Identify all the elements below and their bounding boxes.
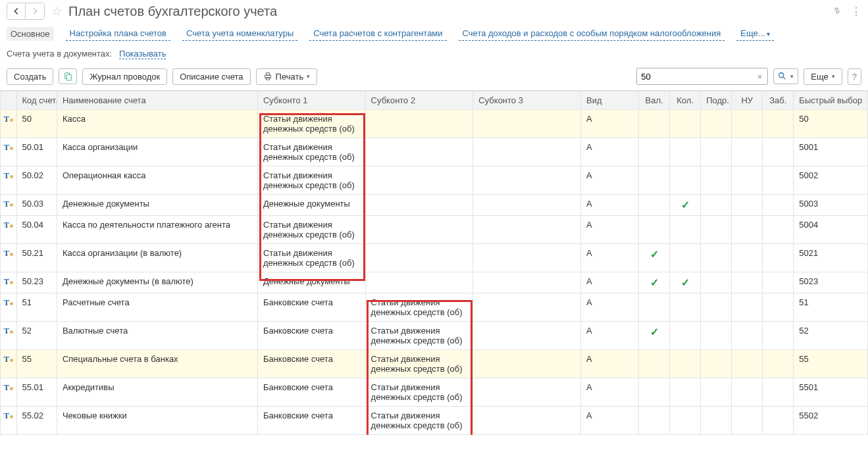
row-name: Расчетные счета: [57, 293, 257, 322]
row-sub1: Статьи движения денежных средств (об): [257, 110, 365, 138]
table-row[interactable]: T55.01АккредитивыБанковские счетаСтатьи …: [1, 378, 868, 407]
arrow-right-icon: [30, 7, 39, 16]
tab-taxation[interactable]: Счета доходов и расходов с особым порядк…: [459, 26, 725, 41]
row-code: 55.01: [16, 378, 57, 407]
row-name: Чековые книжки: [57, 407, 257, 435]
table-row[interactable]: T55.02Чековые книжкиБанковские счетаСтат…: [1, 407, 868, 435]
row-sub1: Статьи движения денежных средств (об): [257, 138, 365, 166]
kebab-menu-icon[interactable]: ⋮: [851, 5, 861, 18]
table-row[interactable]: T50.23Денежные документы (в валюте)Денеж…: [1, 272, 868, 293]
table-row[interactable]: T55Специальные счета в банкахБанковские …: [1, 350, 868, 378]
col-code[interactable]: Код счета: [16, 91, 57, 110]
tab-main[interactable]: Основное: [7, 27, 54, 41]
row-kol: [670, 407, 701, 435]
search-box[interactable]: ×: [636, 68, 768, 85]
row-val: [639, 293, 670, 322]
row-sub3: [473, 138, 581, 166]
row-sub2: [365, 195, 473, 216]
row-vid: А: [581, 195, 639, 216]
print-button[interactable]: Печать: [256, 68, 318, 85]
col-zab[interactable]: Заб.: [763, 91, 794, 110]
row-fast: 50: [794, 110, 868, 138]
col-sub1[interactable]: Субконто 1: [257, 91, 365, 110]
row-vid: А: [581, 350, 639, 378]
table-row[interactable]: T50КассаСтатьи движения денежных средств…: [1, 110, 868, 138]
table-row[interactable]: T50.02Операционная кассаСтатьи движения …: [1, 166, 868, 195]
col-vid[interactable]: Вид: [581, 91, 639, 110]
row-fast: 5021: [794, 244, 868, 272]
row-icon-cell: T: [1, 322, 17, 350]
tab-plan-settings[interactable]: Настройка плана счетов: [66, 26, 170, 41]
row-vid: А: [581, 272, 639, 293]
row-kol: [670, 350, 701, 378]
subline-link[interactable]: Показывать: [119, 49, 166, 59]
print-label: Печать: [276, 72, 304, 82]
row-zab: [763, 350, 794, 378]
row-podr: [701, 378, 732, 407]
table-row[interactable]: T50.04Касса по деятельности платежного а…: [1, 216, 868, 244]
row-kol: [670, 322, 701, 350]
table-row[interactable]: T52Валютные счетаБанковские счетаСтатьи …: [1, 322, 868, 350]
search-dropdown-button[interactable]: [773, 68, 798, 84]
t-account-icon: T: [3, 142, 13, 153]
row-kol: [670, 110, 701, 138]
row-nu: [732, 407, 763, 435]
search-input[interactable]: [640, 70, 754, 83]
col-val[interactable]: Вал.: [639, 91, 670, 110]
table-row[interactable]: T50.03Денежные документыДенежные докумен…: [1, 195, 868, 216]
search-icon: [778, 72, 787, 81]
t-account-icon: T: [3, 354, 13, 365]
forward-button[interactable]: [26, 3, 44, 19]
row-podr: [701, 110, 732, 138]
more-button[interactable]: Еще: [804, 68, 842, 85]
table-header-row: Код счета Наименование счета Субконто 1 …: [1, 91, 868, 110]
favorite-star-icon[interactable]: ☆: [51, 4, 62, 18]
t-account-icon: T: [3, 326, 13, 336]
help-button[interactable]: ?: [848, 68, 861, 85]
col-kol[interactable]: Кол.: [670, 91, 701, 110]
row-nu: [732, 216, 763, 244]
t-account-icon: T: [3, 276, 13, 287]
row-sub2: [365, 216, 473, 244]
row-sub2: [365, 244, 473, 272]
table-row[interactable]: T50.01Касса организацииСтатьи движения д…: [1, 138, 868, 166]
row-kol: [670, 293, 701, 322]
row-icon-cell: T: [1, 272, 17, 293]
col-sub2[interactable]: Субконто 2: [365, 91, 473, 110]
link-icon[interactable]: [832, 6, 842, 17]
tab-nomenclature[interactable]: Счета учета номенклатуры: [182, 26, 297, 41]
row-val: [639, 110, 670, 138]
description-button[interactable]: Описание счета: [172, 68, 250, 85]
row-sub3: [473, 195, 581, 216]
t-account-icon: T: [3, 382, 13, 393]
row-icon-cell: T: [1, 293, 17, 322]
journal-button[interactable]: Журнал проводок: [82, 68, 167, 85]
t-account-icon: T: [3, 170, 13, 181]
table-row[interactable]: T50.21Касса организации (в валюте)Статьи…: [1, 244, 868, 272]
tab-more[interactable]: Еще...: [736, 26, 774, 41]
t-account-icon: T: [3, 248, 13, 259]
col-podr[interactable]: Подр.: [701, 91, 732, 110]
row-nu: [732, 322, 763, 350]
col-sub3[interactable]: Субконто 3: [473, 91, 581, 110]
row-podr: [701, 272, 732, 293]
col-nu[interactable]: НУ: [732, 91, 763, 110]
table-row[interactable]: T51Расчетные счетаБанковские счетаСтатьи…: [1, 293, 868, 322]
back-button[interactable]: [7, 3, 26, 19]
row-vid: А: [581, 110, 639, 138]
col-fast[interactable]: Быстрый выбор: [794, 91, 868, 110]
search-clear-icon[interactable]: ×: [755, 72, 765, 82]
tab-contractors[interactable]: Счета расчетов с контрагентами: [309, 26, 446, 41]
row-nu: [732, 350, 763, 378]
create-button[interactable]: Создать: [7, 68, 53, 85]
col-icon[interactable]: [1, 91, 17, 110]
row-fast: 5501: [794, 378, 868, 407]
row-nu: [732, 378, 763, 407]
row-val: [639, 350, 670, 378]
col-name[interactable]: Наименование счета: [57, 91, 257, 110]
row-sub1: Банковские счета: [257, 407, 365, 435]
row-sub1: Банковские счета: [257, 322, 365, 350]
row-zab: [763, 166, 794, 195]
copy-button[interactable]: [59, 68, 77, 84]
row-code: 50.01: [16, 138, 57, 166]
